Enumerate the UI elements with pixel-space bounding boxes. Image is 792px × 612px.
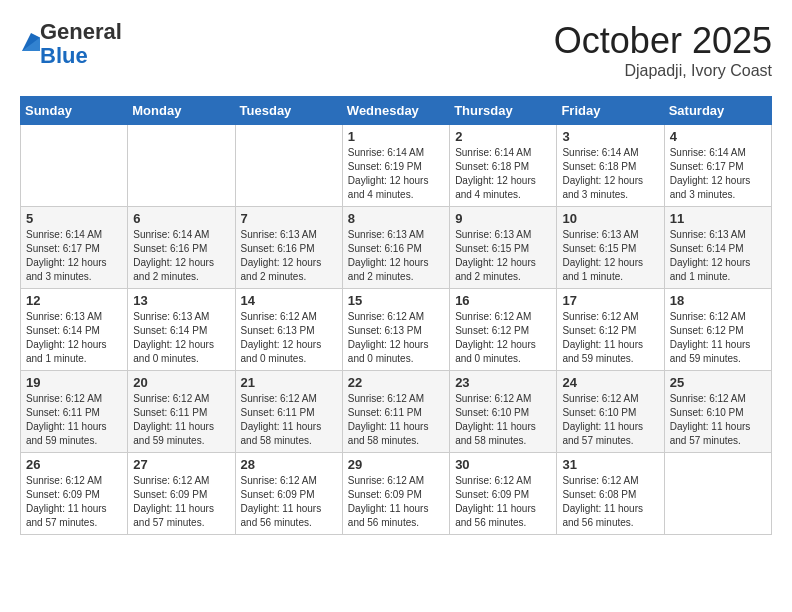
day-number: 12 (26, 293, 122, 308)
day-number: 9 (455, 211, 551, 226)
calendar-cell: 1Sunrise: 6:14 AMSunset: 6:19 PMDaylight… (342, 125, 449, 207)
day-info: Sunrise: 6:12 AMSunset: 6:10 PMDaylight:… (670, 392, 766, 448)
day-number: 17 (562, 293, 658, 308)
calendar-cell (664, 453, 771, 535)
month-title: October 2025 (554, 20, 772, 62)
day-info: Sunrise: 6:13 AMSunset: 6:14 PMDaylight:… (670, 228, 766, 284)
calendar-cell: 27Sunrise: 6:12 AMSunset: 6:09 PMDayligh… (128, 453, 235, 535)
calendar-cell (128, 125, 235, 207)
day-info: Sunrise: 6:12 AMSunset: 6:11 PMDaylight:… (26, 392, 122, 448)
calendar-cell: 28Sunrise: 6:12 AMSunset: 6:09 PMDayligh… (235, 453, 342, 535)
calendar-cell: 5Sunrise: 6:14 AMSunset: 6:17 PMDaylight… (21, 207, 128, 289)
calendar-cell: 8Sunrise: 6:13 AMSunset: 6:16 PMDaylight… (342, 207, 449, 289)
day-info: Sunrise: 6:12 AMSunset: 6:11 PMDaylight:… (133, 392, 229, 448)
day-number: 22 (348, 375, 444, 390)
calendar-cell (21, 125, 128, 207)
logo-blue-text: Blue (40, 43, 88, 68)
calendar-cell: 2Sunrise: 6:14 AMSunset: 6:18 PMDaylight… (450, 125, 557, 207)
location: Djapadji, Ivory Coast (554, 62, 772, 80)
calendar-cell: 6Sunrise: 6:14 AMSunset: 6:16 PMDaylight… (128, 207, 235, 289)
day-info: Sunrise: 6:12 AMSunset: 6:12 PMDaylight:… (670, 310, 766, 366)
weekday-header: Saturday (664, 97, 771, 125)
calendar-cell: 30Sunrise: 6:12 AMSunset: 6:09 PMDayligh… (450, 453, 557, 535)
calendar-cell: 19Sunrise: 6:12 AMSunset: 6:11 PMDayligh… (21, 371, 128, 453)
day-number: 3 (562, 129, 658, 144)
calendar-cell: 18Sunrise: 6:12 AMSunset: 6:12 PMDayligh… (664, 289, 771, 371)
calendar-cell: 17Sunrise: 6:12 AMSunset: 6:12 PMDayligh… (557, 289, 664, 371)
calendar-cell: 23Sunrise: 6:12 AMSunset: 6:10 PMDayligh… (450, 371, 557, 453)
calendar-cell: 12Sunrise: 6:13 AMSunset: 6:14 PMDayligh… (21, 289, 128, 371)
weekday-header: Friday (557, 97, 664, 125)
day-info: Sunrise: 6:12 AMSunset: 6:12 PMDaylight:… (562, 310, 658, 366)
day-number: 5 (26, 211, 122, 226)
day-info: Sunrise: 6:13 AMSunset: 6:14 PMDaylight:… (133, 310, 229, 366)
day-number: 4 (670, 129, 766, 144)
day-info: Sunrise: 6:14 AMSunset: 6:16 PMDaylight:… (133, 228, 229, 284)
day-info: Sunrise: 6:12 AMSunset: 6:13 PMDaylight:… (348, 310, 444, 366)
calendar-cell: 24Sunrise: 6:12 AMSunset: 6:10 PMDayligh… (557, 371, 664, 453)
calendar-cell: 31Sunrise: 6:12 AMSunset: 6:08 PMDayligh… (557, 453, 664, 535)
calendar-cell: 3Sunrise: 6:14 AMSunset: 6:18 PMDaylight… (557, 125, 664, 207)
calendar-week-row: 5Sunrise: 6:14 AMSunset: 6:17 PMDaylight… (21, 207, 772, 289)
calendar-cell: 22Sunrise: 6:12 AMSunset: 6:11 PMDayligh… (342, 371, 449, 453)
day-info: Sunrise: 6:12 AMSunset: 6:08 PMDaylight:… (562, 474, 658, 530)
calendar-cell: 25Sunrise: 6:12 AMSunset: 6:10 PMDayligh… (664, 371, 771, 453)
day-number: 30 (455, 457, 551, 472)
day-number: 25 (670, 375, 766, 390)
logo-icon (22, 33, 40, 51)
calendar-cell: 4Sunrise: 6:14 AMSunset: 6:17 PMDaylight… (664, 125, 771, 207)
day-info: Sunrise: 6:13 AMSunset: 6:15 PMDaylight:… (455, 228, 551, 284)
calendar-week-row: 1Sunrise: 6:14 AMSunset: 6:19 PMDaylight… (21, 125, 772, 207)
day-number: 24 (562, 375, 658, 390)
day-info: Sunrise: 6:12 AMSunset: 6:10 PMDaylight:… (562, 392, 658, 448)
day-number: 19 (26, 375, 122, 390)
calendar-header-row: SundayMondayTuesdayWednesdayThursdayFrid… (21, 97, 772, 125)
day-number: 10 (562, 211, 658, 226)
day-number: 20 (133, 375, 229, 390)
day-number: 13 (133, 293, 229, 308)
day-info: Sunrise: 6:13 AMSunset: 6:15 PMDaylight:… (562, 228, 658, 284)
day-number: 7 (241, 211, 337, 226)
day-info: Sunrise: 6:14 AMSunset: 6:17 PMDaylight:… (26, 228, 122, 284)
calendar-cell: 13Sunrise: 6:13 AMSunset: 6:14 PMDayligh… (128, 289, 235, 371)
day-info: Sunrise: 6:12 AMSunset: 6:13 PMDaylight:… (241, 310, 337, 366)
day-info: Sunrise: 6:13 AMSunset: 6:16 PMDaylight:… (241, 228, 337, 284)
calendar-cell: 10Sunrise: 6:13 AMSunset: 6:15 PMDayligh… (557, 207, 664, 289)
calendar-table: SundayMondayTuesdayWednesdayThursdayFrid… (20, 96, 772, 535)
logo-general-text: General (40, 19, 122, 44)
calendar-cell: 20Sunrise: 6:12 AMSunset: 6:11 PMDayligh… (128, 371, 235, 453)
day-number: 23 (455, 375, 551, 390)
day-info: Sunrise: 6:12 AMSunset: 6:09 PMDaylight:… (241, 474, 337, 530)
day-info: Sunrise: 6:12 AMSunset: 6:11 PMDaylight:… (241, 392, 337, 448)
day-number: 2 (455, 129, 551, 144)
day-info: Sunrise: 6:12 AMSunset: 6:12 PMDaylight:… (455, 310, 551, 366)
day-info: Sunrise: 6:14 AMSunset: 6:17 PMDaylight:… (670, 146, 766, 202)
day-info: Sunrise: 6:14 AMSunset: 6:18 PMDaylight:… (455, 146, 551, 202)
weekday-header: Sunday (21, 97, 128, 125)
day-info: Sunrise: 6:13 AMSunset: 6:14 PMDaylight:… (26, 310, 122, 366)
day-number: 27 (133, 457, 229, 472)
day-number: 18 (670, 293, 766, 308)
calendar-cell: 16Sunrise: 6:12 AMSunset: 6:12 PMDayligh… (450, 289, 557, 371)
day-info: Sunrise: 6:12 AMSunset: 6:09 PMDaylight:… (348, 474, 444, 530)
day-info: Sunrise: 6:14 AMSunset: 6:18 PMDaylight:… (562, 146, 658, 202)
weekday-header: Thursday (450, 97, 557, 125)
calendar-cell: 29Sunrise: 6:12 AMSunset: 6:09 PMDayligh… (342, 453, 449, 535)
weekday-header: Wednesday (342, 97, 449, 125)
day-number: 11 (670, 211, 766, 226)
calendar-cell: 9Sunrise: 6:13 AMSunset: 6:15 PMDaylight… (450, 207, 557, 289)
day-number: 14 (241, 293, 337, 308)
calendar-cell: 26Sunrise: 6:12 AMSunset: 6:09 PMDayligh… (21, 453, 128, 535)
day-number: 8 (348, 211, 444, 226)
day-number: 6 (133, 211, 229, 226)
calendar-cell (235, 125, 342, 207)
calendar-week-row: 26Sunrise: 6:12 AMSunset: 6:09 PMDayligh… (21, 453, 772, 535)
day-info: Sunrise: 6:12 AMSunset: 6:09 PMDaylight:… (133, 474, 229, 530)
day-info: Sunrise: 6:12 AMSunset: 6:10 PMDaylight:… (455, 392, 551, 448)
day-number: 26 (26, 457, 122, 472)
day-info: Sunrise: 6:12 AMSunset: 6:09 PMDaylight:… (455, 474, 551, 530)
day-info: Sunrise: 6:12 AMSunset: 6:09 PMDaylight:… (26, 474, 122, 530)
day-number: 1 (348, 129, 444, 144)
weekday-header: Monday (128, 97, 235, 125)
day-number: 16 (455, 293, 551, 308)
